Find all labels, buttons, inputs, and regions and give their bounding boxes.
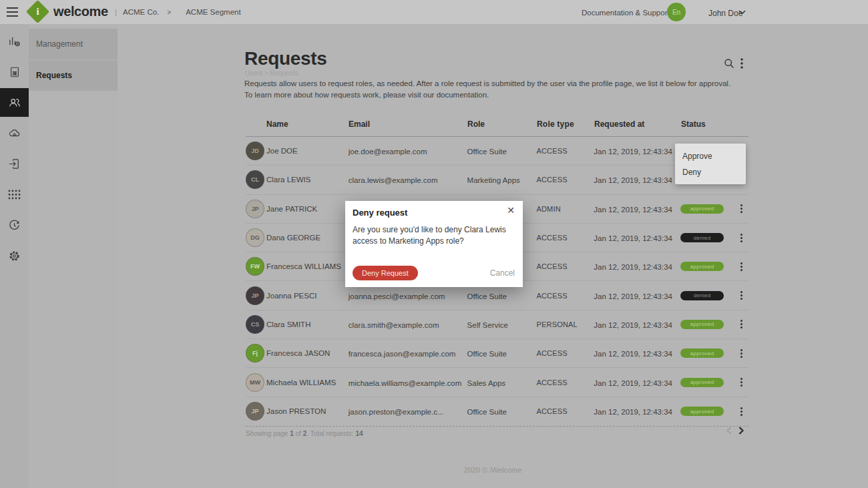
avatar: JP (246, 286, 264, 305)
previous-page-icon[interactable] (726, 427, 732, 435)
table-row[interactable]: Fj Francesca JASON francesca.jason@examp… (246, 339, 748, 368)
avatar: DG (246, 228, 264, 247)
sidebar-item-requests[interactable]: Requests (29, 60, 118, 91)
modal-body-text: Are you sure you'd like to deny Clara Le… (353, 224, 513, 248)
role-type-cell: ACCESS (536, 349, 567, 357)
next-page-icon[interactable] (738, 427, 744, 435)
management-stats-icon[interactable] (0, 27, 29, 55)
status-badge: approved (680, 378, 724, 387)
table-row[interactable]: JP Jason PRESTON jason.preston@example.c… (246, 397, 748, 426)
segment-selector[interactable]: ACME Segment (186, 8, 240, 16)
row-actions-kebab-icon[interactable] (736, 204, 746, 214)
name-cell: Jane PATRICK (266, 205, 317, 213)
login-icon[interactable] (0, 150, 29, 178)
column-header-role-type[interactable]: Role type (537, 119, 574, 129)
table-row[interactable]: CS Clara SMITH clara.smith@example.com S… (246, 310, 748, 339)
row-actions-kebab-icon[interactable] (736, 290, 746, 301)
requested-at-cell: Jan 12, 2019, 12:43:34 (594, 379, 672, 387)
row-actions-kebab-icon[interactable] (736, 319, 746, 330)
role-cell: Marketing Apps (467, 176, 520, 184)
chevron-down-icon[interactable] (738, 10, 746, 15)
sidebar-icon-strip (0, 24, 29, 488)
column-header-requested-at[interactable]: Requested at (594, 119, 644, 129)
email-cell: joanna.pesci@example.com (349, 292, 445, 300)
sidebar: Management Requests (29, 24, 118, 488)
hamburger-menu-icon[interactable] (7, 7, 18, 17)
requested-at-cell: Jan 12, 2019, 12:43:34 (594, 408, 672, 416)
user-menu[interactable]: John Doe (708, 9, 742, 18)
column-header-status[interactable]: Status (681, 119, 706, 129)
role-type-cell: ACCESS (536, 234, 567, 242)
role-cell: Self Service (467, 321, 508, 329)
requested-at-cell: Jan 12, 2019, 12:43:34 (594, 350, 672, 358)
iwelcome-logo-icon: i (26, 0, 49, 23)
search-icon[interactable] (724, 58, 734, 69)
requested-at-cell: Jan 12, 2019, 12:43:34 (594, 176, 672, 184)
deny-request-button[interactable]: Deny Request (353, 266, 418, 280)
status-badge: approved (680, 320, 724, 329)
requested-at-cell: Jan 12, 2019, 12:43:34 (594, 263, 672, 271)
row-actions-kebab-icon[interactable] (736, 232, 746, 243)
role-type-cell: ACCESS (536, 292, 567, 300)
status-badge: denied (680, 233, 724, 242)
row-actions-kebab-icon[interactable] (736, 261, 746, 272)
name-cell: Michaela WILLIAMS (266, 379, 336, 387)
name-cell: Clara SMITH (266, 320, 310, 328)
name-cell: Francesca JASON (266, 349, 330, 357)
row-actions-kebab-icon[interactable] (736, 377, 746, 388)
row-actions-kebab-icon[interactable] (736, 406, 746, 417)
cancel-button[interactable]: Cancel (490, 268, 515, 278)
table-row[interactable]: JD Joe DOE joe.doe@example.com Office Su… (246, 137, 748, 166)
name-cell: Joe DOE (266, 147, 298, 155)
breadcrumb: Users > Requests (245, 69, 298, 77)
sidebar-item-label: Management (36, 39, 83, 49)
language-badge[interactable]: En (667, 3, 686, 21)
role-cell: Office Suite (467, 350, 507, 358)
requested-at-cell: Jan 12, 2019, 12:43:34 (594, 148, 672, 156)
role-type-cell: ADMIN (536, 205, 560, 213)
settings-icon[interactable] (0, 242, 29, 270)
history-icon[interactable] (0, 211, 29, 240)
name-cell: Francesca WILLIAMS (266, 262, 341, 270)
page-title: Requests (244, 48, 327, 69)
page-description: Requests allow users to request roles, a… (244, 78, 740, 100)
menu-item-deny[interactable]: Deny (675, 164, 746, 180)
requested-at-cell: Jan 12, 2019, 12:43:34 (594, 206, 672, 214)
sidebar-item-label: Requests (36, 71, 72, 80)
table-options-kebab-icon[interactable] (740, 58, 743, 69)
users-icon[interactable] (0, 88, 29, 117)
role-cell: Office Suite (467, 408, 507, 416)
avatar: CL (246, 170, 264, 189)
copyright: 2020 © iWelcome (118, 466, 868, 474)
row-actions-kebab-icon[interactable] (736, 348, 746, 358)
status-badge: approved (680, 262, 724, 271)
name-cell: Jason PRESTON (266, 407, 326, 415)
column-header-role[interactable]: Role (467, 119, 485, 129)
column-header-name[interactable]: Name (266, 119, 288, 129)
email-cell: francesca.jason@example.com (349, 350, 456, 358)
column-header-email[interactable]: Email (349, 119, 370, 129)
cloud-apps-icon[interactable] (0, 119, 29, 148)
pagination-summary: Showing page 1 of 2. Total requests: 14 (246, 426, 748, 437)
top-bar: i welcome | ACME Co. > ACME Segment Docu… (0, 0, 868, 24)
avatar: JP (246, 200, 264, 218)
documentation-link[interactable]: Documentation & Support (582, 9, 670, 17)
row-actions-menu: Approve Deny (675, 144, 746, 184)
avatar: JP (246, 402, 264, 421)
role-type-cell: ACCESS (536, 176, 567, 184)
reports-document-icon[interactable] (0, 57, 29, 86)
apps-grid-icon[interactable] (0, 180, 29, 209)
org-selector[interactable]: ACME Co. (123, 8, 159, 16)
role-cell: Office Suite (467, 292, 507, 300)
name-cell: Clara LEWIS (266, 176, 310, 184)
name-cell: Joanna PESCI (266, 292, 316, 300)
sidebar-item-management[interactable]: Management (29, 29, 118, 59)
table-row[interactable]: CL Clara LEWIS clara.lewis@example.com M… (246, 166, 748, 194)
table-header: Name Email Role Role type Requested at S… (246, 112, 748, 137)
menu-item-approve[interactable]: Approve (675, 148, 746, 164)
requested-at-cell: Jan 12, 2019, 12:43:34 (594, 234, 672, 242)
org-breadcrumb: | ACME Co. > ACME Segment (115, 8, 241, 16)
close-icon[interactable]: ✕ (507, 205, 515, 216)
avatar: CS (246, 315, 264, 334)
table-row[interactable]: MW Michaela WILLIAMS michaela.williams@e… (246, 368, 748, 397)
